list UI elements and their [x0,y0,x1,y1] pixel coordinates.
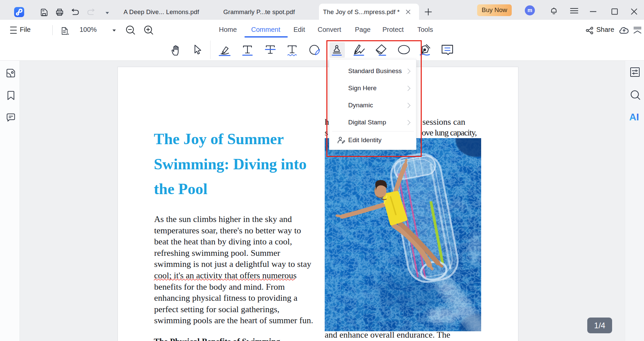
svg-text:AI: AI [629,112,639,122]
